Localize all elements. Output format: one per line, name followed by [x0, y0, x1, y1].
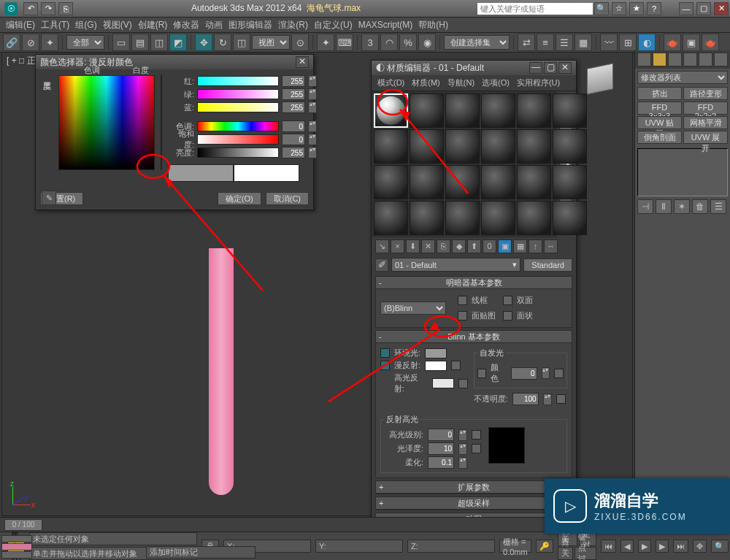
- sat-slider[interactable]: [197, 134, 279, 145]
- menu-grapheditors[interactable]: 图形编辑器: [228, 19, 272, 31]
- angle-snap-icon[interactable]: ◠: [380, 34, 398, 51]
- configure-icon[interactable]: ☰: [710, 199, 726, 214]
- material-slot[interactable]: [481, 129, 515, 164]
- render-frame-icon[interactable]: ▣: [683, 34, 700, 51]
- blue-input[interactable]: [282, 101, 305, 113]
- y-coord[interactable]: Y:: [315, 540, 403, 553]
- material-slot[interactable]: [481, 93, 515, 128]
- material-slot[interactable]: [517, 129, 551, 164]
- menu-tools[interactable]: 工具(T): [41, 19, 69, 31]
- unlink-icon[interactable]: ⊘: [22, 34, 39, 51]
- menu-help[interactable]: 帮助(H): [418, 19, 448, 31]
- menu-create[interactable]: 创建(R): [138, 19, 168, 31]
- mat-menu-util[interactable]: 实用程序(U): [517, 77, 560, 88]
- go-parent-icon[interactable]: ↑: [529, 239, 542, 253]
- material-slot[interactable]: [410, 129, 444, 164]
- diffuse-swatch[interactable]: [425, 361, 447, 371]
- align-icon[interactable]: ≡: [537, 34, 554, 51]
- material-slot[interactable]: [374, 165, 408, 199]
- set-key-button[interactable]: 设置关键点: [558, 547, 573, 560]
- minimize-button[interactable]: —: [679, 2, 694, 15]
- move-icon[interactable]: ✥: [195, 34, 212, 51]
- hue-slider[interactable]: [197, 121, 279, 131]
- viewcube[interactable]: [587, 66, 618, 96]
- play-icon[interactable]: ▶: [638, 540, 651, 553]
- specular-map-button[interactable]: [458, 379, 468, 388]
- val-spinner[interactable]: ▴▾: [308, 147, 317, 158]
- put-back-icon[interactable]: ×: [391, 239, 404, 253]
- opacity-map-button[interactable]: [556, 394, 566, 404]
- mat-menu-material[interactable]: 材质(M): [412, 77, 440, 88]
- faceted-checkbox[interactable]: [503, 311, 512, 321]
- menu-maxscript[interactable]: MAXScript(M): [358, 20, 413, 30]
- key-filters-button[interactable]: 关键点过滤器...: [575, 547, 596, 560]
- rotate-icon[interactable]: ↻: [214, 34, 231, 51]
- gloss-input[interactable]: [428, 442, 454, 455]
- material-slot[interactable]: [410, 165, 444, 199]
- mod-ffd3[interactable]: FFD 3x3x3: [637, 101, 682, 115]
- mod-uvwmap[interactable]: UVW 贴图: [637, 116, 682, 129]
- mat-min-button[interactable]: —: [529, 62, 542, 74]
- link-icon[interactable]: 🔗: [3, 34, 20, 51]
- qa-link[interactable]: ⎘: [58, 2, 73, 15]
- modifier-stack[interactable]: [637, 148, 728, 196]
- bind-icon[interactable]: ✦: [41, 34, 58, 51]
- material-editor-titlebar[interactable]: ◐ 材质编辑器 - 01 - Default — ▢ ✕: [372, 61, 576, 75]
- val-slider[interactable]: [197, 147, 279, 158]
- green-spinner[interactable]: ▴▾: [308, 88, 317, 100]
- eyedropper-material-icon[interactable]: ✐: [375, 258, 388, 272]
- material-name-dropdown[interactable]: 01 - Default▾: [391, 258, 520, 272]
- mat-menu-options[interactable]: 选项(O): [482, 77, 510, 88]
- tab-hierarchy-icon[interactable]: [668, 53, 682, 66]
- pivot-icon[interactable]: ⊙: [291, 34, 309, 51]
- material-slot[interactable]: [517, 93, 551, 128]
- track-bar-mini[interactable]: [1, 535, 32, 559]
- red-input[interactable]: [282, 75, 305, 87]
- menu-customize[interactable]: 自定义(U): [314, 19, 353, 31]
- mod-bevelprofile[interactable]: 倒角剖面: [637, 131, 682, 144]
- render-icon[interactable]: 🫖: [702, 34, 719, 51]
- menu-edit[interactable]: 编辑(E): [6, 19, 35, 31]
- z-coord[interactable]: Z:: [407, 540, 495, 553]
- pin-stack-icon[interactable]: ⊣: [637, 199, 653, 214]
- ref-coord-dropdown[interactable]: 视图: [252, 35, 290, 50]
- graphite-icon[interactable]: ▦: [575, 34, 592, 51]
- show-end-icon[interactable]: Ⅱ: [656, 199, 672, 214]
- go-sibling-icon[interactable]: ↔: [544, 239, 558, 253]
- material-slot[interactable]: [445, 165, 480, 199]
- snap-toggle-icon[interactable]: 3: [361, 34, 379, 51]
- two-sided-checkbox[interactable]: [503, 296, 512, 305]
- selection-filter-dropdown[interactable]: 全部: [66, 35, 104, 50]
- spinner-snap-icon[interactable]: ◉: [418, 34, 436, 51]
- opacity-spinner[interactable]: ▴▾: [543, 394, 552, 405]
- keyboard-icon[interactable]: ⌨: [336, 34, 353, 51]
- red-spinner[interactable]: ▴▾: [308, 75, 317, 87]
- mat-close-button[interactable]: ✕: [558, 62, 572, 74]
- old-color-swatch[interactable]: [168, 164, 234, 182]
- selfillum-color-checkbox[interactable]: [477, 369, 487, 378]
- add-time-tag[interactable]: 添加时间标记: [146, 546, 256, 559]
- value-strip[interactable]: [161, 75, 162, 170]
- material-slot[interactable]: [410, 93, 444, 128]
- speclevel-spinner[interactable]: ▴▾: [458, 429, 467, 441]
- material-slot[interactable]: [445, 129, 480, 164]
- selfillum-spinner[interactable]: ▴▾: [542, 367, 550, 379]
- menu-views[interactable]: 视图(V): [103, 19, 132, 31]
- material-slot[interactable]: [445, 93, 480, 128]
- time-slider-knob[interactable]: 0 / 100: [4, 519, 42, 531]
- material-slot[interactable]: [517, 165, 551, 199]
- hue-saturation-field[interactable]: [58, 75, 155, 170]
- select-icon[interactable]: ▭: [112, 34, 130, 51]
- tab-motion-icon[interactable]: [683, 53, 697, 66]
- qa-undo[interactable]: ↶: [23, 2, 38, 15]
- tab-modify-icon[interactable]: [653, 53, 666, 66]
- material-slot[interactable]: [553, 201, 587, 235]
- material-slot[interactable]: [553, 93, 587, 128]
- comm-center-icon[interactable]: ☆: [612, 2, 626, 15]
- specular-swatch[interactable]: [432, 378, 454, 388]
- qa-redo[interactable]: ↷: [41, 2, 55, 15]
- scale-icon[interactable]: ◫: [233, 34, 250, 51]
- material-slot[interactable]: [481, 201, 515, 235]
- mod-meshsmooth[interactable]: 网格平滑: [683, 116, 728, 129]
- mod-uvwunwrap[interactable]: UVW 展开: [683, 131, 728, 144]
